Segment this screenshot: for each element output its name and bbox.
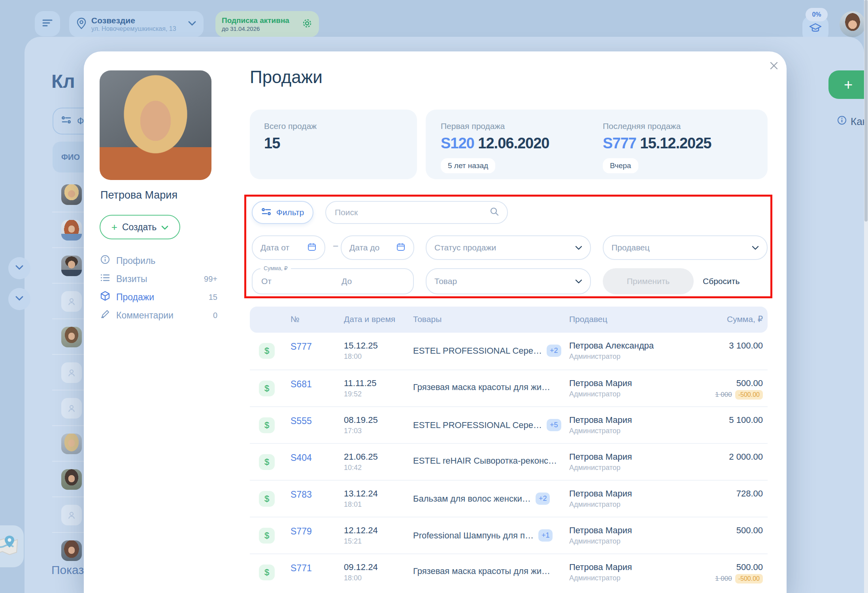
sale-id-link[interactable]: S404 [291, 453, 312, 463]
nav-item-comments[interactable]: Комментарии 0 [100, 306, 217, 324]
sale-id-link[interactable]: S771 [291, 563, 312, 574]
sale-row[interactable]: $ S783 13.12.2418:01 Бальзам для волос ж… [250, 480, 768, 517]
sale-row[interactable]: $ S777 15.12.2518:00 ESTEL PROFESSIONAL … [250, 333, 768, 369]
client-list-item[interactable] [28, 284, 84, 319]
sale-id-link[interactable]: S555 [291, 416, 312, 426]
discount-badge: -500.00 [735, 390, 763, 400]
pencil-icon [100, 309, 110, 321]
sale-row[interactable]: $ S681 11.11.2519:52 Грязевая маска крас… [250, 369, 768, 407]
sale-id-link[interactable]: S120 [441, 135, 474, 152]
stat-last-sale: Последняя продажа S777 15.12.2025 Вчера [603, 121, 711, 173]
client-avatar [61, 256, 82, 276]
sale-date: 08.19.2517:03 [344, 415, 378, 435]
page-title: Кл [51, 70, 75, 92]
search-field[interactable] [325, 201, 508, 224]
branch-selector[interactable]: Созвездие ул. Новочеремушкинская, 13 [69, 11, 204, 37]
info-icon [837, 116, 847, 128]
client-list-item[interactable] [28, 212, 84, 248]
sum-legend: Сумма, ₽ [260, 265, 291, 271]
map-widget-button[interactable] [0, 525, 24, 567]
filter-button[interactable]: Фильтр [252, 201, 313, 224]
sale-row[interactable]: $ S779 12.12.2415:21 Professional Шампун… [250, 517, 768, 554]
help-link[interactable]: Как [837, 116, 867, 128]
date-to-field[interactable]: Дата до [341, 235, 414, 260]
chevron-down-icon [752, 243, 759, 252]
chevron-down-icon [161, 222, 168, 233]
nav-label: Визиты [116, 274, 147, 284]
client-list-item[interactable] [28, 462, 84, 497]
add-client-button[interactable]: + [828, 70, 868, 99]
calendar-icon[interactable] [307, 242, 317, 254]
sale-id-link[interactable]: S777 [291, 341, 312, 352]
stat-date: 15.12.2025 [640, 135, 711, 152]
search-input[interactable] [334, 207, 490, 218]
collapse-button-lower[interactable] [8, 288, 30, 310]
sale-date: 11.11.2519:52 [344, 378, 376, 398]
stat-first-sale: Первая продажа S120 12.06.2020 5 лет наз… [441, 121, 549, 173]
sale-id-link[interactable]: S777 [603, 135, 636, 152]
calendar-icon[interactable] [396, 242, 406, 254]
nav-item-profile[interactable]: Профиль [100, 252, 217, 270]
app-root: Созвездие ул. Новочеремушкинская, 13 Под… [0, 0, 868, 593]
time-ago-badge: 5 лет назад [441, 158, 495, 173]
chevron-down-icon [575, 243, 582, 252]
client-avatar [61, 184, 82, 205]
create-button[interactable]: + Создать [100, 215, 180, 239]
sale-products: ESTEL PROFESSIONAL Сере…+5 [413, 419, 561, 431]
sale-id-link[interactable]: S681 [291, 379, 312, 390]
seller-dropdown[interactable]: Продавец [603, 235, 768, 260]
nav-item-visits[interactable]: Визиты 99+ [100, 270, 217, 288]
chevron-down-icon [15, 296, 24, 303]
client-avatar-placeholder-icon [61, 362, 82, 383]
user-avatar[interactable] [840, 11, 866, 37]
menu-button[interactable] [35, 11, 60, 36]
apply-button[interactable]: Применить [603, 268, 694, 294]
sum-to-input[interactable] [341, 276, 405, 286]
sale-seller: Петрова МарияАдминистратор [569, 562, 632, 582]
client-name: Петрова Мария [100, 189, 177, 201]
sale-id-link[interactable]: S779 [291, 526, 312, 537]
col-amount: Сумма, ₽ [727, 314, 763, 324]
sale-seller: Петрова МарияАдминистратор [569, 415, 632, 435]
client-list-item[interactable] [28, 426, 84, 462]
time-ago-badge: Вчера [603, 158, 638, 173]
client-list-item[interactable] [28, 390, 84, 426]
modal-title: Продажи [250, 67, 323, 87]
sale-id-link[interactable]: S783 [291, 489, 312, 500]
dollar-icon: $ [259, 528, 275, 544]
sliders-icon [261, 207, 272, 218]
client-avatar [61, 327, 82, 347]
sum-to-field[interactable] [333, 269, 413, 294]
info-icon [100, 255, 110, 267]
sum-from-field[interactable] [253, 269, 333, 294]
client-list-item[interactable] [28, 319, 84, 355]
collapse-button-upper[interactable] [8, 257, 30, 279]
sale-row[interactable]: $ S404 21.06.2510:42 ESTEL reHAIR Сыворо… [250, 443, 768, 481]
gear-icon[interactable] [302, 18, 313, 30]
client-list-item[interactable] [28, 177, 84, 212]
product-dropdown[interactable]: Товар [426, 268, 591, 294]
branch-address: ул. Новочеремушкинская, 13 [91, 25, 176, 32]
date-from-field[interactable]: Дата от [252, 235, 325, 260]
sale-amount: 500.001 000-500.00 [715, 378, 763, 400]
sale-products: Грязевая маска красоты для жи… [413, 382, 550, 392]
dollar-icon: $ [259, 381, 275, 396]
sale-status-dropdown[interactable]: Статус продажи [426, 235, 591, 260]
sale-seller: Петрова МарияАдминистратор [569, 489, 632, 509]
client-list-item[interactable] [28, 355, 84, 390]
nav-item-sales[interactable]: Продажи 15 [100, 288, 217, 306]
create-button-label: Создать [122, 222, 157, 233]
scrollbar-thumb[interactable] [864, 0, 868, 222]
client-list-item[interactable] [28, 248, 84, 284]
subscription-badge[interactable]: Подписка активна до 31.04.2026 [215, 11, 319, 37]
sale-row[interactable]: $ S555 08.19.2517:03 ESTEL PROFESSIONAL … [250, 406, 768, 444]
reset-button[interactable]: Сбросить [700, 268, 742, 294]
client-list-item[interactable] [28, 497, 84, 533]
sale-row[interactable]: $ S771 09.12.2418:00 Грязевая маска крас… [250, 553, 768, 591]
close-icon[interactable] [767, 59, 781, 73]
stat-total-sales: Всего продаж 15 [250, 110, 417, 179]
col-id: № [291, 314, 300, 324]
sum-from-input[interactable] [260, 276, 325, 286]
client-avatar [61, 434, 82, 454]
sale-date: 13.12.2418:01 [344, 489, 378, 509]
